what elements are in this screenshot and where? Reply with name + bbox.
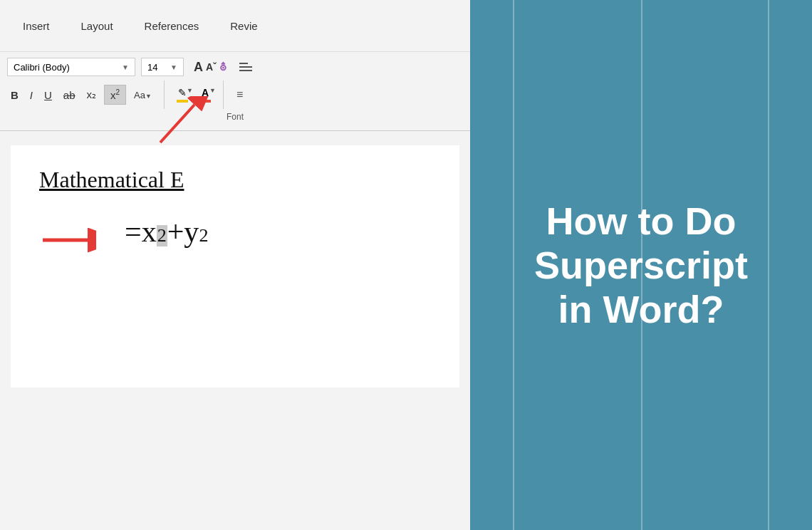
italic-button[interactable]: I bbox=[26, 88, 36, 103]
font-color-bar bbox=[199, 100, 211, 103]
underline-button[interactable]: U bbox=[41, 88, 56, 103]
font-group-label: Font bbox=[7, 112, 463, 122]
ribbon-separator-2 bbox=[223, 80, 224, 109]
menu-bar: Insert Layout References Revie bbox=[0, 0, 470, 52]
font-name-dropdown[interactable]: Calibri (Body) ▼ bbox=[7, 58, 135, 76]
decrease-font-icon[interactable]: Aˇ bbox=[206, 61, 217, 73]
strikethrough-button[interactable]: ab bbox=[60, 88, 79, 103]
aa-chevron-icon: ▼ bbox=[145, 93, 152, 100]
equation-arrow-icon bbox=[39, 227, 96, 253]
bold-button[interactable]: B bbox=[7, 88, 22, 103]
title-line1: How to Do bbox=[546, 199, 736, 242]
highlight-arrow-icon: ▼ bbox=[187, 87, 193, 94]
paragraph-icon[interactable]: ≡ bbox=[232, 87, 247, 103]
superscript-button[interactable]: x2 bbox=[104, 85, 126, 105]
font-size-dropdown[interactable]: 14 ▼ bbox=[141, 58, 184, 76]
font-color-arrow-icon: ▼ bbox=[209, 87, 216, 94]
ribbon-row1: Calibri (Body) ▼ 14 ▼ A Aˇ ⛢ bbox=[7, 58, 463, 76]
highlight-button[interactable]: ✎ ▼ bbox=[173, 85, 192, 104]
equation-base: =x bbox=[125, 214, 157, 249]
font-size-arrow-icon: ▼ bbox=[170, 63, 177, 71]
document-content: Mathematical E =x 2 +y 2 bbox=[11, 145, 459, 388]
right-panel: How to Do Superscript in Word? bbox=[470, 0, 812, 530]
font-name-label: Calibri (Body) bbox=[14, 62, 70, 73]
menu-items: Insert Layout References Revie bbox=[0, 14, 281, 38]
font-name-arrow-icon: ▼ bbox=[122, 63, 129, 71]
y-superscript: 2 bbox=[199, 225, 208, 246]
ribbon-separator bbox=[164, 80, 165, 109]
list-icon[interactable] bbox=[239, 63, 252, 71]
change-case-button[interactable]: Aa▼ bbox=[130, 88, 155, 102]
article-title: How to Do Superscript in Word? bbox=[534, 199, 748, 331]
menu-review[interactable]: Revie bbox=[222, 14, 266, 38]
equation-plus-y: +y bbox=[167, 214, 199, 249]
title-line2: Superscript bbox=[534, 244, 748, 286]
font-size-label: 14 bbox=[147, 62, 157, 73]
document-title: Mathematical E bbox=[39, 167, 431, 193]
equation-text: =x 2 +y 2 bbox=[96, 214, 208, 249]
menu-insert[interactable]: Insert bbox=[14, 14, 58, 38]
clear-format-icon[interactable]: ⛢ bbox=[219, 61, 227, 73]
subscript-button[interactable]: x₂ bbox=[83, 87, 100, 103]
left-panel: Insert Layout References Revie Calibri (… bbox=[0, 0, 470, 530]
menu-layout[interactable]: Layout bbox=[73, 14, 122, 38]
menu-references[interactable]: References bbox=[136, 14, 208, 38]
pencil-icon: ✎ bbox=[178, 87, 187, 98]
font-color-button[interactable]: A ▼ bbox=[196, 85, 214, 104]
a-icon: A bbox=[202, 87, 209, 98]
ribbon: Calibri (Body) ▼ 14 ▼ A Aˇ ⛢ B I U a bbox=[0, 52, 470, 131]
increase-font-icon[interactable]: A bbox=[194, 60, 203, 75]
x-superscript: 2 bbox=[157, 225, 167, 246]
highlight-bar bbox=[177, 100, 188, 103]
equation-row: =x 2 +y 2 bbox=[39, 214, 431, 249]
ribbon-row2: B I U ab x₂ x2 Aa▼ ✎ ▼ A bbox=[7, 80, 463, 109]
title-line3: in Word? bbox=[558, 288, 724, 331]
font-size-icons: A Aˇ ⛢ bbox=[194, 60, 227, 75]
